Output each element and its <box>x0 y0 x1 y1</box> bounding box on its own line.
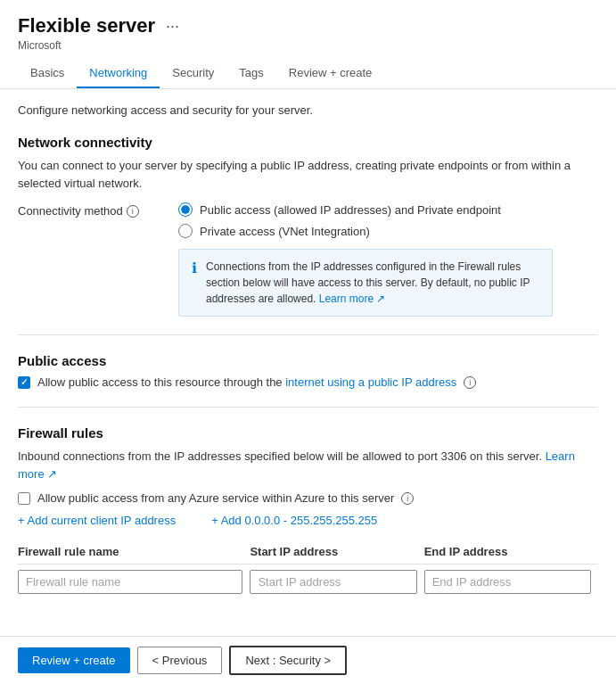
private-access-option[interactable]: Private access (VNet Integration) <box>178 224 501 238</box>
public-access-info-icon[interactable]: i <box>464 376 476 389</box>
footer: Review + create < Previous Next : Securi… <box>0 636 616 684</box>
connectivity-method-label: Connectivity method i <box>18 202 160 218</box>
internet-link[interactable]: internet using a public IP address <box>285 375 456 389</box>
page-title: Flexible server <box>18 14 155 37</box>
connectivity-method-row: Connectivity method i Public access (all… <box>18 202 598 238</box>
divider-2 <box>18 407 598 408</box>
divider-1 <box>18 334 598 335</box>
tab-review-create[interactable]: Review + create <box>276 59 385 88</box>
connectivity-info-icon[interactable]: i <box>127 205 139 218</box>
public-access-radio[interactable] <box>178 202 193 217</box>
network-connectivity-title: Network connectivity <box>18 135 598 150</box>
page-subtitle: Microsoft <box>18 39 598 52</box>
azure-service-label: Allow public access from any Azure servi… <box>37 491 394 505</box>
previous-button[interactable]: < Previous <box>137 647 223 674</box>
azure-service-checkbox-row: Allow public access from any Azure servi… <box>18 491 598 505</box>
add-client-ip-link[interactable]: + Add current client IP address <box>18 514 176 527</box>
tab-tags[interactable]: Tags <box>226 59 275 88</box>
next-button[interactable]: Next : Security > <box>229 646 347 675</box>
firewall-rules-desc: Inbound connections from the IP addresse… <box>18 448 598 482</box>
azure-service-info-icon[interactable]: i <box>401 492 414 505</box>
tab-networking[interactable]: Networking <box>77 59 160 88</box>
table-row <box>18 565 598 600</box>
info-box-text: Connections from the IP addresses config… <box>206 259 539 307</box>
col-header-end-ip: End IP address <box>424 540 598 565</box>
private-access-radio[interactable] <box>178 224 193 238</box>
learn-more-link-1[interactable]: Learn more ↗ <box>319 293 386 305</box>
public-access-option[interactable]: Public access (allowed IP addresses) and… <box>178 202 501 217</box>
page-header: Flexible server ··· Microsoft Basics Net… <box>0 0 616 89</box>
connectivity-options: Public access (allowed IP addresses) and… <box>178 202 501 238</box>
public-access-checkbox-row: Allow public access to this resource thr… <box>18 375 598 389</box>
end-ip-input[interactable] <box>424 570 591 594</box>
info-box-icon: ℹ <box>192 260 197 307</box>
tab-basics[interactable]: Basics <box>18 59 77 88</box>
network-connectivity-body: You can connect to your server by specif… <box>18 157 598 192</box>
firewall-rules-section: Firewall rules Inbound connections from … <box>18 425 598 599</box>
section-description: Configure networking access and security… <box>18 103 598 117</box>
info-box: ℹ Connections from the IP addresses conf… <box>178 249 553 317</box>
col-header-rule-name: Firewall rule name <box>18 540 250 565</box>
public-access-checkbox[interactable] <box>18 376 30 389</box>
public-access-section: Public access Allow public access to thi… <box>18 353 598 389</box>
add-range-link[interactable]: + Add 0.0.0.0 - 255.255.255.255 <box>211 514 377 527</box>
review-create-button[interactable]: Review + create <box>18 647 130 673</box>
col-header-start-ip: Start IP address <box>250 540 423 565</box>
main-content: Configure networking access and security… <box>0 89 616 684</box>
tab-bar: Basics Networking Security Tags Review +… <box>18 59 598 88</box>
firewall-rules-title: Firewall rules <box>18 425 598 441</box>
firewall-rule-name-input[interactable] <box>18 570 242 594</box>
add-links-row: + Add current client IP address + Add 0.… <box>18 514 598 527</box>
network-connectivity-section: Network connectivity You can connect to … <box>18 135 598 317</box>
azure-service-checkbox[interactable] <box>18 492 30 505</box>
tab-security[interactable]: Security <box>160 59 226 88</box>
public-access-label: Allow public access to this resource thr… <box>37 375 456 389</box>
firewall-table: Firewall rule name Start IP address End … <box>18 540 598 599</box>
start-ip-input[interactable] <box>250 570 416 594</box>
ellipsis-button[interactable]: ··· <box>162 15 183 37</box>
public-access-title: Public access <box>18 353 598 368</box>
